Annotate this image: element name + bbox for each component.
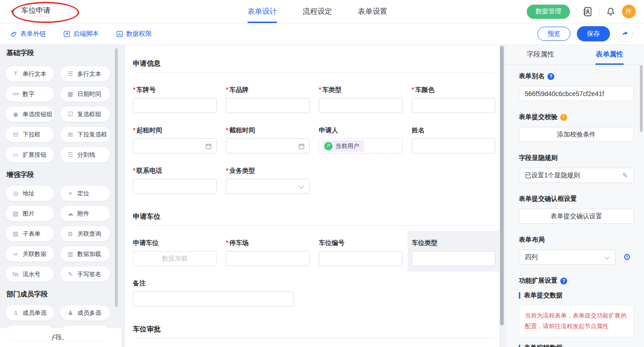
canvas-scrollbar[interactable] xyxy=(500,46,504,325)
palette-item-image[interactable]: ▧图片 xyxy=(6,206,54,221)
address-book-icon[interactable] xyxy=(582,6,593,17)
canvas-field-停车场[interactable]: *停车场 xyxy=(226,238,310,266)
canvas-field-姓名[interactable]: 姓名 xyxy=(412,125,495,154)
field-control-input[interactable] xyxy=(133,291,294,307)
form-row: *联系电话*业务类型 xyxy=(133,166,495,194)
help-icon[interactable]: ? xyxy=(560,278,567,284)
edit-icon[interactable]: ✎ xyxy=(622,171,628,180)
palette-item-number[interactable]: 123数字 xyxy=(6,86,54,102)
calendar-icon xyxy=(205,143,212,150)
form-external-link[interactable]: 表单外链 xyxy=(10,30,46,38)
palette-item-member-single[interactable]: ♙成员单选 xyxy=(6,305,54,320)
back-icon[interactable] xyxy=(9,8,17,15)
field-palette: ♻ 字段回收站 基础字段T单行文本☰多行文本123数字▦日期时间◉单选按钮组☑复… xyxy=(0,45,121,347)
palette-item-datetime[interactable]: ▦日期时间 xyxy=(60,86,110,102)
tab-form-design[interactable]: 表单设计 xyxy=(247,0,277,23)
field-control-dataload[interactable]: 数据加载 xyxy=(133,251,217,266)
palette-item-attachment[interactable]: ☁附件 xyxy=(60,206,110,221)
palette-item-multi-select[interactable]: ⊞下拉复选框 xyxy=(60,127,110,142)
section-divider xyxy=(133,225,495,226)
tab-form-setting[interactable]: 表单设置 xyxy=(358,0,387,23)
canvas-field-备注[interactable]: 备注 xyxy=(133,279,294,307)
palette-item-linked-query[interactable]: ⧉关联查询 xyxy=(60,226,110,241)
current-user-tag[interactable]: 户当前用户 xyxy=(322,140,364,152)
user-avatar[interactable]: 作 xyxy=(622,5,636,18)
palette-item-partial xyxy=(6,325,54,341)
tab-form-properties[interactable]: 表单属性 xyxy=(575,45,644,64)
field-control-select[interactable] xyxy=(226,179,310,194)
gear-icon[interactable]: ⚙ xyxy=(620,250,634,265)
warning-icon[interactable]: ! xyxy=(560,114,567,121)
canvas-field-车位编号[interactable]: 车位编号 xyxy=(319,238,402,266)
canvas-field-申请人[interactable]: 申请人户当前用户 xyxy=(319,125,402,154)
tab-field-properties[interactable]: 字段属性 xyxy=(506,45,575,64)
field-control-date[interactable] xyxy=(133,138,217,154)
palette-item-serial-number[interactable]: №流水号 xyxy=(6,267,54,282)
palette-item-divider-line[interactable]: ☲分割线 xyxy=(60,147,110,162)
tab-flow-setting[interactable]: 流程设定 xyxy=(303,0,332,23)
radio-group-icon: ◉ xyxy=(12,111,19,118)
data-permission-link[interactable]: 数据权限 xyxy=(116,30,152,38)
palette-item-extend-button[interactable]: ▭扩展按钮 xyxy=(6,147,54,162)
preview-button[interactable]: 预览 xyxy=(537,27,570,41)
address-icon: ◎ xyxy=(12,190,19,197)
palette-item-address[interactable]: ◎地址 xyxy=(6,186,54,201)
panel-scrollbar[interactable] xyxy=(640,65,643,132)
backend-script-link[interactable]: 后端脚本 xyxy=(63,30,99,38)
field-control-date[interactable] xyxy=(226,138,310,154)
canvas-field-车品牌[interactable]: *车品牌 xyxy=(226,85,310,113)
app-root: 车位申请 表单设计 流程设定 表单设置 数据管理 xyxy=(0,0,644,347)
canvas-field-联系电话[interactable]: *联系电话 xyxy=(133,166,217,194)
canvas-field-申请车位[interactable]: 申请车位数据加载 xyxy=(133,238,217,266)
canvas-field-车位类型[interactable]: 车位类型 xyxy=(412,238,495,266)
field-control-input[interactable] xyxy=(133,98,217,113)
palette-item-multi-line-text[interactable]: ☰多行文本 xyxy=(60,66,110,81)
layout-select[interactable]: 四列 xyxy=(519,250,615,265)
palette-scrollbar[interactable] xyxy=(115,48,118,307)
field-control-input[interactable] xyxy=(412,138,495,154)
form-alias-input[interactable]: 566f59d40c6cbce57cf2e41f xyxy=(519,86,634,101)
canvas-field-业务类型[interactable]: *业务类型 xyxy=(226,166,310,194)
canvas-field-截租时间[interactable]: *截租时间 xyxy=(226,125,310,154)
data-manage-button[interactable]: 数据管理 xyxy=(527,5,570,19)
field-control-input[interactable] xyxy=(226,98,310,113)
required-asterisk: * xyxy=(226,166,228,175)
bell-icon[interactable] xyxy=(605,6,616,17)
palette-item-single-line-text[interactable]: T单行文本 xyxy=(6,66,54,81)
field-control-user[interactable]: 户当前用户 xyxy=(319,138,402,154)
palette-item-select[interactable]: ⊟下拉框 xyxy=(6,127,54,142)
field-label: 申请车位 xyxy=(133,238,159,247)
field-control-input[interactable] xyxy=(226,251,310,266)
field-control-input[interactable] xyxy=(412,251,495,266)
field-control-input[interactable] xyxy=(319,251,402,266)
add-validation-button[interactable]: 添加校验条件 xyxy=(519,127,634,142)
share-arrow-icon xyxy=(621,30,629,38)
canvas-field-车类型[interactable]: *车类型 xyxy=(319,85,402,113)
save-button[interactable]: 保存 xyxy=(577,26,610,41)
palette-item-signature[interactable]: ✎手写签名 xyxy=(60,267,110,282)
help-icon[interactable]: ? xyxy=(547,73,554,80)
visibility-rules-box[interactable]: 已设置1个显隐规则 ✎ xyxy=(519,168,634,183)
select-icon: ⊟ xyxy=(12,131,19,138)
palette-item-member-multi[interactable]: ♟成员多选 xyxy=(60,305,110,320)
submit-confirm-button[interactable]: 表单提交确认设置 xyxy=(519,209,634,224)
palette-item-location[interactable]: ⌖定位 xyxy=(60,186,110,201)
palette-item-data-load[interactable]: ▥数据加载 xyxy=(60,246,110,262)
field-control-input[interactable] xyxy=(412,98,495,113)
canvas-field-车颜色[interactable]: *车颜色 xyxy=(412,85,495,113)
palette-item-subform[interactable]: ▤子表单 xyxy=(6,226,54,241)
palette-item-label: 子表单 xyxy=(23,230,40,238)
user-tag-avatar-icon: 户 xyxy=(324,142,333,150)
palette-item-radio-group[interactable]: ◉单选按钮组 xyxy=(6,107,54,122)
palette-item-checkbox-group[interactable]: ☑复选框组 xyxy=(60,107,110,122)
canvas-field-起租时间[interactable]: *起租时间 xyxy=(133,125,217,154)
field-control-input[interactable] xyxy=(133,179,217,194)
canvas-field-车牌号[interactable]: *车牌号 xyxy=(133,85,217,113)
share-button[interactable] xyxy=(616,26,633,42)
divider xyxy=(576,8,576,15)
palette-item-linked-data[interactable]: ∞关联数据 xyxy=(6,246,54,262)
script-icon xyxy=(63,30,70,38)
tab-label: 流程设定 xyxy=(303,7,332,15)
field-control-input[interactable] xyxy=(319,98,402,113)
active-tab-underline xyxy=(595,63,624,65)
